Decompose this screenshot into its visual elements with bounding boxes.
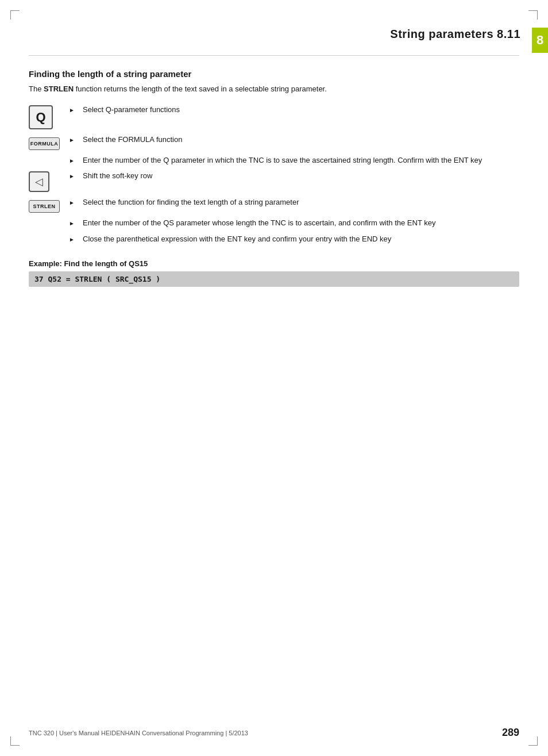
step-text: Enter the number of the Q parameter in w… xyxy=(83,155,519,166)
step-row: STRLEN ► Select the function for finding… xyxy=(29,197,519,213)
corner-mark-top-left xyxy=(10,10,20,20)
step-text: Select the function for finding the text… xyxy=(83,197,519,208)
header-divider xyxy=(29,55,519,56)
example-heading: Example: Find the length of QS15 xyxy=(29,259,519,268)
step-arrow-col: ► xyxy=(69,233,83,243)
arrow-icon: ► xyxy=(69,199,75,206)
intro-text: The STRLEN function returns the length o… xyxy=(29,83,519,95)
step-arrow-col: ► xyxy=(69,197,83,206)
step-text: Select Q-parameter functions xyxy=(83,104,519,116)
arrow-icon: ► xyxy=(69,107,75,113)
page-footer: TNC 320 | User's Manual HEIDENHAIN Conve… xyxy=(29,727,519,739)
step-text: Shift the soft-key row xyxy=(83,170,519,182)
step-row: Q ► Select Q-parameter functions xyxy=(29,104,519,129)
step-icon-col xyxy=(29,217,69,218)
step-row: FORMULA ► Select the FORMULA function xyxy=(29,134,519,150)
page-header: String parameters 8.11 xyxy=(390,28,520,41)
formula-key-icon: FORMULA xyxy=(29,137,60,150)
corner-mark-bottom-right xyxy=(528,736,538,746)
q-key-icon: Q xyxy=(29,105,53,129)
arrow-icon: ► xyxy=(69,173,75,179)
strlen-key-icon: STRLEN xyxy=(29,200,60,213)
intro-bold: STRLEN xyxy=(44,85,74,93)
step-arrow-col: ► xyxy=(69,217,83,227)
step-icon-col xyxy=(29,233,69,235)
arrow-icon: ► xyxy=(69,158,75,164)
corner-mark-bottom-left xyxy=(10,736,20,746)
header-title: String parameters 8.11 xyxy=(390,28,520,40)
step-arrow-col: ► xyxy=(69,104,83,113)
step-row: ► Enter the number of the QS parameter w… xyxy=(29,217,519,229)
example-code-block: 37 Q52 = STRLEN ( SRC_QS15 ) xyxy=(29,271,519,287)
step-text: Close the parenthetical expression with … xyxy=(83,233,519,245)
step-row: ► Close the parenthetical expression wit… xyxy=(29,233,519,245)
shift-key-icon: ◁ xyxy=(29,171,49,192)
step-icon-col: STRLEN xyxy=(29,197,69,213)
page-container: 8 String parameters 8.11 Finding the len… xyxy=(0,0,548,756)
arrow-icon: ► xyxy=(69,137,75,143)
step-arrow-col: ► xyxy=(69,134,83,143)
step-icon-col xyxy=(29,155,69,156)
step-row: ◁ ► Shift the soft-key row xyxy=(29,170,519,192)
step-icon-col: FORMULA xyxy=(29,134,69,150)
footer-text: TNC 320 | User's Manual HEIDENHAIN Conve… xyxy=(29,730,248,736)
step-icon-col: ◁ xyxy=(29,170,69,192)
arrow-icon: ► xyxy=(69,236,75,243)
step-row: ► Enter the number of the Q parameter in… xyxy=(29,155,519,166)
arrow-icon: ► xyxy=(69,220,75,227)
steps-container: Q ► Select Q-parameter functions FORMULA xyxy=(29,104,519,250)
step-icon-col: Q xyxy=(29,104,69,129)
chapter-tab: 8 xyxy=(532,28,548,53)
step-text: Enter the number of the QS parameter who… xyxy=(83,217,519,229)
corner-mark-top-right xyxy=(528,10,538,20)
page-number: 289 xyxy=(502,727,519,739)
step-arrow-col: ► xyxy=(69,155,83,164)
step-text: Select the FORMULA function xyxy=(83,134,519,145)
chapter-number: 8 xyxy=(537,33,543,48)
step-arrow-col: ► xyxy=(69,170,83,179)
content-area: Finding the length of a string parameter… xyxy=(29,69,519,287)
section-heading: Finding the length of a string parameter xyxy=(29,69,519,79)
